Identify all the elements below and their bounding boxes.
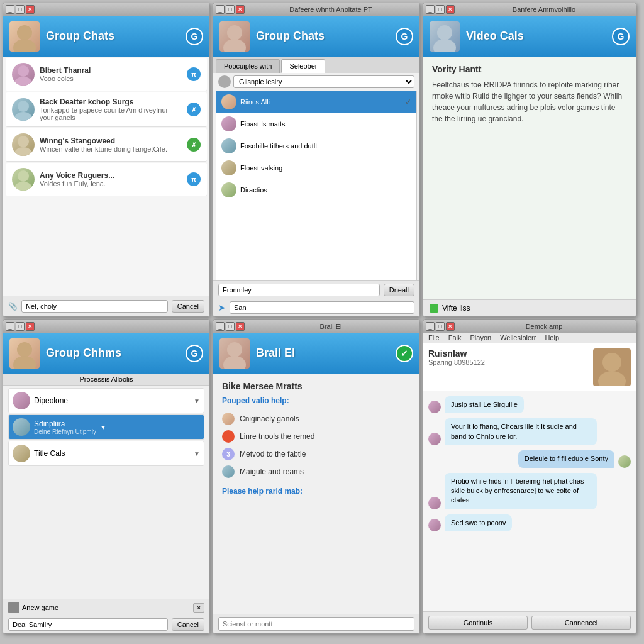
window-5-brail-el: _ □ ✕ Brail El Brail El ✓ Bike Mersee Mr…	[213, 319, 420, 634]
w5-help: Please help rarid mab:	[222, 487, 411, 496]
maximize-btn-4[interactable]: □	[16, 322, 25, 331]
group-list-4[interactable]: Dipeolone ▼ Sdinpliira Deine Rlefnyn Uti…	[3, 386, 209, 599]
svg-point-0	[17, 25, 32, 40]
w5-icon-1	[222, 413, 235, 425]
minimize-btn-6[interactable]: _	[426, 322, 435, 331]
chat-input-1[interactable]	[21, 300, 168, 313]
contact-item-3[interactable]: Fosobille tithers and dutlt	[216, 135, 416, 157]
chat-badge-1: π	[187, 67, 201, 81]
close-btn-4[interactable]: ✕	[26, 322, 35, 331]
msg-avatar-5	[428, 519, 441, 531]
menu-flie[interactable]: Flie	[428, 334, 440, 341]
svg-point-2	[18, 65, 29, 77]
chat-item-4[interactable]: Any Voice Ruguers... Voides fun Euly, le…	[6, 163, 207, 196]
w2-footer-input[interactable]	[218, 284, 380, 296]
title-bar-buttons-6: _ □ ✕	[426, 322, 455, 331]
header-logo-2: G	[396, 28, 413, 45]
header-title-3: Video Cals	[466, 30, 606, 43]
minimize-btn-5[interactable]: _	[216, 322, 225, 331]
footer-icons-1: 📎	[8, 302, 18, 311]
svg-point-9	[14, 182, 32, 191]
cancel-btn-6[interactable]: Cannencel	[531, 616, 631, 630]
title-bar-buttons-2: _ □ ✕	[216, 5, 245, 14]
title-bar-buttons-5: _ □ ✕	[216, 322, 245, 331]
maximize-btn-1[interactable]: □	[16, 5, 25, 14]
header-title-2: Group Chats	[256, 30, 389, 43]
video-content-3: Vority Hantt Feeltchaus foe RRIDPA firin…	[423, 57, 636, 299]
close-btn-5[interactable]: ✕	[236, 322, 245, 331]
svg-point-5	[14, 112, 32, 121]
footer-close-btn[interactable]: ×	[193, 603, 204, 613]
msg-1: Jusip stall Le Sirguille	[445, 396, 524, 413]
chat-item-3[interactable]: Winng's Stangoweed Wincen valte ther ktu…	[6, 128, 207, 162]
svg-point-19	[598, 371, 626, 386]
chat-avatar-4	[12, 168, 35, 191]
maximize-btn-6[interactable]: □	[436, 322, 445, 331]
w6-user-info: Ruisnlaw Sparing 80985122	[428, 348, 587, 366]
chat-footer-1: 📎 Cancel	[3, 296, 209, 316]
contact-item-5[interactable]: Diractios	[216, 179, 416, 201]
maximize-btn-2[interactable]: □	[226, 5, 235, 14]
attach-icon[interactable]: 📎	[8, 302, 18, 311]
contact-dropdown-2[interactable]: Glisnple lesiry	[233, 75, 414, 88]
minimize-btn-4[interactable]: _	[6, 322, 14, 331]
menu-falk[interactable]: Falk	[448, 334, 462, 341]
chat-msg-2: Tonkappd te papece counte Am dliveyfnur …	[40, 106, 182, 121]
menu-help[interactable]: Help	[545, 334, 559, 341]
w5-item-3: 3 Metvod to the fabtle	[222, 445, 411, 463]
menu-wellesiolerr[interactable]: Wellesiolerr	[500, 334, 536, 341]
close-btn-2[interactable]: ✕	[236, 5, 245, 14]
minimize-btn-2[interactable]: _	[216, 5, 225, 14]
contact-name-3: Fosobille tithers and dutlt	[240, 142, 411, 150]
svg-point-18	[602, 353, 621, 372]
title-label-6: Demck amp	[455, 323, 633, 330]
w6-chat-area[interactable]: Jusip stall Le Sirguille Vour lt lo fhan…	[423, 391, 636, 611]
group-item-3[interactable]: Title Cals ▼	[8, 441, 204, 466]
contact-item-4[interactable]: Floest valsing	[216, 157, 416, 179]
w4-input[interactable]	[8, 618, 168, 631]
w2-footer: Dneall	[213, 280, 419, 299]
close-btn-1[interactable]: ✕	[26, 5, 35, 14]
cancel-btn-1[interactable]: Cancel	[172, 300, 204, 313]
header-avatar-2	[219, 21, 250, 52]
close-btn-6[interactable]: ✕	[446, 322, 455, 331]
w4-cancel-btn[interactable]: Cancel	[172, 618, 204, 631]
dneall-btn[interactable]: Dneall	[384, 284, 414, 296]
chat-list-1[interactable]: Blbert Thanral Vooo coles π Back Deatter…	[3, 57, 209, 296]
group-item-1[interactable]: Dipeolone ▼	[8, 388, 204, 413]
contact-avatar-2	[221, 116, 236, 131]
minimize-btn-1[interactable]: _	[6, 5, 14, 14]
chevron-1: ▼	[194, 397, 200, 404]
tab-poocuiples[interactable]: Poocuiples with	[216, 59, 280, 73]
minimize-btn-3[interactable]: _	[426, 5, 435, 14]
w5-input[interactable]	[218, 617, 414, 631]
contact-list-2[interactable]: Riincs Alli ✓ Fibast Is matts Fosobille …	[216, 91, 417, 280]
w2-send-input[interactable]	[230, 301, 414, 314]
contact-item-1[interactable]: Riincs Alli ✓	[216, 91, 416, 113]
title-bar-buttons-1: _ □ ✕	[6, 5, 35, 14]
svg-point-17	[223, 356, 246, 369]
w5-item-2: Linre tnools the remed	[222, 428, 411, 445]
w6-user-name: Ruisnlaw	[428, 348, 587, 358]
contact-name-5: Diractios	[240, 186, 411, 194]
status-dot-3	[430, 304, 438, 313]
tab-seleober[interactable]: Seleober	[281, 59, 325, 73]
continue-btn[interactable]: Gontinuis	[428, 616, 528, 630]
menu-playon[interactable]: Playon	[470, 334, 492, 341]
tab-bar-2: Poocuiples with Seleober	[213, 57, 419, 73]
msg-row-5: Sed swe to peonv	[428, 514, 631, 531]
window-6-demck-amp: _ □ ✕ Demck amp Flie Falk Playon Wellesi…	[423, 319, 636, 634]
chat-item-2[interactable]: Back Deatter kchop Surgs Tonkappd te pap…	[6, 92, 207, 127]
group-item-2[interactable]: Sdinpliira Deine Rlefnyn Utipmiy ▼	[8, 414, 204, 440]
contact-item-2[interactable]: Fibast Is matts	[216, 113, 416, 135]
header-title-1: Group Chats	[46, 30, 179, 43]
maximize-btn-3[interactable]: □	[436, 5, 445, 14]
video-footer-text: Vifte liss	[442, 304, 470, 313]
chat-item-1[interactable]: Blbert Thanral Vooo coles π	[6, 58, 207, 91]
msg-2: Vour lt lo fhang, Choars lile lt It sudi…	[445, 418, 597, 445]
chat-info-1: Blbert Thanral Vooo coles	[40, 66, 182, 82]
maximize-btn-5[interactable]: □	[226, 322, 235, 331]
close-btn-3[interactable]: ✕	[446, 5, 455, 14]
chat-avatar-2	[12, 98, 35, 121]
msg-row-4: Protio while hids ln ll bereimg het phat…	[428, 473, 631, 509]
